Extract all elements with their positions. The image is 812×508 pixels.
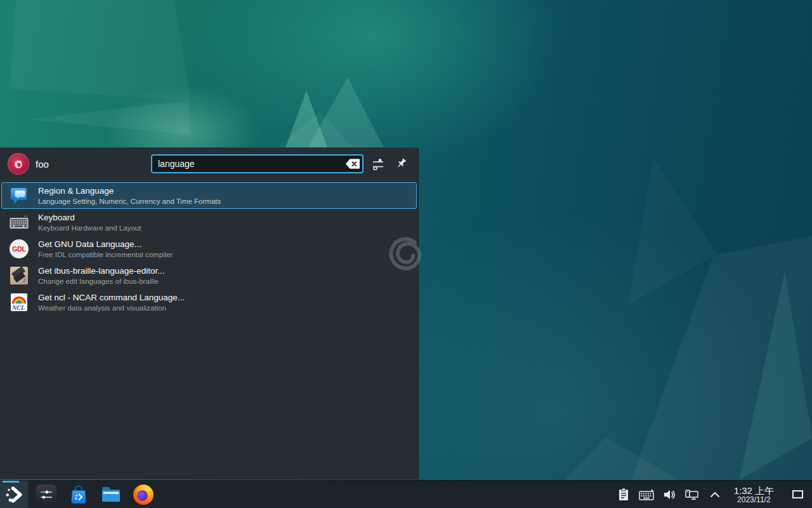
screen-layout-icon [684,488,700,501]
result-subtitle: Keyboard Hardware and Layout [38,224,141,232]
list-item-text: Keyboard Keyboard Hardware and Layout [38,213,141,232]
launcher-header: foo [0,148,418,180]
user-avatar-debian-icon [8,153,29,175]
volume-tray-button[interactable] [662,486,677,504]
discover-button[interactable] [65,481,93,508]
discover-icon [69,485,88,505]
configure-button[interactable] [369,154,388,173]
ncl-icon: NCL [10,293,29,312]
file-manager-button[interactable] [97,481,125,508]
list-item-ibus-braille[interactable]: Get ibus-braille-language-editor... Chan… [1,262,417,289]
list-item-ncl[interactable]: NCL Get ncl - NCAR command Language... W… [1,289,417,316]
sliders-icon [371,157,385,170]
keyboard-layout-icon [639,489,654,500]
app-launcher-panel: foo [0,147,419,479]
expand-tray-chevron-icon [710,491,720,498]
firefox-button[interactable] [129,481,157,508]
taskbar: 1:32 上午 2023/11/2 [0,480,812,508]
list-item-text: Get GNU Data Language... Free IDL compat… [38,239,173,259]
digital-clock[interactable]: 1:32 上午 2023/11/2 [734,485,774,504]
result-title: Region & Language [38,186,221,196]
ncl-badge: NCL [12,304,25,311]
system-tray: 1:32 上午 2023/11/2 [616,483,807,506]
search-input[interactable] [151,154,363,173]
clipboard-icon [617,488,630,502]
result-subtitle: Weather data analysis and visualization [38,304,185,312]
list-item-keyboard[interactable]: Keyboard Keyboard Hardware and Layout [1,209,417,236]
user-block[interactable]: foo [8,153,151,175]
list-item-text: Get ibus-braille-language-editor... Chan… [38,266,165,286]
gdl-badge: GDL [12,245,25,253]
screen-layout-tray-button[interactable] [684,486,700,504]
firefox-icon [133,485,154,505]
ibus-braille-icon [10,266,29,285]
search-field-wrap [151,154,363,173]
region-language-icon [10,186,29,205]
list-item-gdl[interactable]: GDL Get GNU Data Language... Free IDL co… [1,236,417,262]
result-title: Get GNU Data Language... [38,239,173,250]
file-manager-folder-icon [101,486,121,503]
expand-tray-button[interactable] [707,486,723,504]
keyboard-settings-icon [10,213,29,232]
clock-date: 2023/11/2 [737,496,771,504]
backspace-icon [345,158,360,170]
show-desktop-icon [792,490,803,498]
result-subtitle: Free IDL compatible incremental compiler [38,251,173,259]
volume-icon [663,489,676,500]
app-launcher-icon [4,485,23,504]
pin-button[interactable] [391,154,410,173]
list-item-text: Region & Language Language Setting, Nume… [38,186,221,206]
app-launcher-button[interactable] [0,481,28,508]
clear-search-button[interactable] [345,157,360,170]
result-subtitle: Language Setting, Numeric, Currency and … [38,197,221,206]
list-item-region-language[interactable]: Region & Language Language Setting, Nume… [1,182,417,209]
gdl-icon: GDL [10,239,29,258]
list-item-text: Get ncl - NCAR command Language... Weath… [38,293,185,312]
clock-time: 1:32 上午 [734,485,774,496]
result-title: Get ncl - NCAR command Language... [38,293,185,303]
search-results-list: Region & Language Language Setting, Nume… [0,180,418,318]
result-title: Get ibus-braille-language-editor... [38,266,165,276]
show-desktop-button[interactable] [788,483,807,506]
system-settings-button[interactable] [32,481,60,508]
result-subtitle: Change edit languages of ibus-braille [38,277,165,286]
header-action-icons [369,154,410,173]
result-title: Keyboard [38,213,141,223]
pin-icon [394,157,408,171]
system-settings-icon [36,485,56,505]
keyboard-layout-tray-button[interactable] [639,486,654,504]
user-name: foo [36,159,49,170]
clipboard-tray-button[interactable] [616,486,631,504]
